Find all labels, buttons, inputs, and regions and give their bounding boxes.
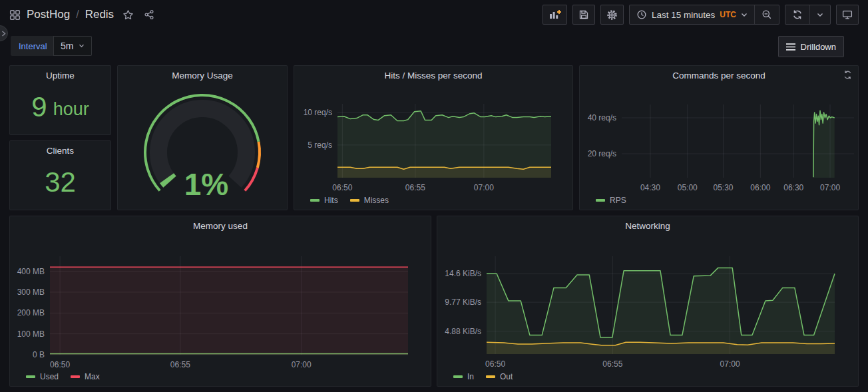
drilldown-button[interactable]: Drilldown: [778, 36, 844, 57]
y-tick-label: 4.88 KiB/s: [445, 327, 481, 336]
y-tick-label: 400 MB: [17, 267, 45, 276]
zoom-out-button[interactable]: [754, 5, 779, 24]
gauge-value-text: 1%: [184, 167, 228, 202]
breadcrumb-page[interactable]: Redis: [85, 8, 114, 21]
legend-item[interactable]: Used: [26, 372, 59, 381]
legend-item[interactable]: Out: [486, 372, 513, 381]
zoom-out-icon: [761, 9, 772, 20]
y-tick-label: 20 req/s: [588, 149, 616, 158]
legend-swatch: [486, 375, 495, 378]
panel-memory-used: Memory used 06:5006:5507:00400 MB300 MB2…: [9, 216, 431, 387]
panel-commands: Commands per second 04:3005:0005:3006:00…: [579, 65, 859, 210]
star-icon[interactable]: [122, 9, 134, 21]
y-tick-label: 100 MB: [17, 329, 45, 339]
x-tick-label: 05:00: [678, 183, 698, 192]
y-tick-label: 200 MB: [17, 308, 45, 317]
chevron-down-icon: [817, 13, 823, 17]
interval-value: 5m: [61, 41, 73, 51]
share-icon[interactable]: [144, 9, 154, 20]
panel-clients: Clients 32: [9, 140, 111, 210]
x-tick-label: 06:30: [783, 183, 803, 192]
chevron-down-icon: [741, 13, 748, 17]
legend-item[interactable]: Misses: [350, 196, 389, 205]
x-tick-label: 06:55: [170, 360, 190, 369]
top-nav: PostHog / Redis: [0, 0, 868, 29]
chevron-down-icon: [79, 44, 85, 48]
breadcrumb-separator: /: [76, 9, 79, 21]
uptime-stat: 9 hour: [10, 83, 110, 130]
legend-label: Misses: [364, 196, 389, 205]
y-tick-label: 10 req/s: [304, 108, 332, 117]
chart-legend: InOut: [453, 371, 513, 382]
x-tick-label: 07:00: [474, 183, 494, 192]
refresh-interval-dropdown[interactable]: [809, 5, 830, 24]
chart-legend: UsedMax: [26, 371, 100, 382]
y-tick-label: 9.77 KiB/s: [445, 297, 481, 307]
refresh-icon: [792, 9, 803, 20]
time-range-label: Last 15 minutes: [652, 10, 715, 20]
uptime-value: 9: [31, 93, 47, 121]
breadcrumb: PostHog / Redis: [9, 0, 154, 29]
plus-icon: [557, 10, 561, 14]
dashboard-settings-button[interactable]: [600, 5, 624, 25]
x-tick-label: 07:00: [292, 360, 312, 369]
panel-title: Uptime: [30, 71, 91, 81]
x-tick-label: 06:50: [485, 359, 505, 369]
x-tick-label: 06:50: [332, 183, 352, 192]
y-tick-label: 5 req/s: [308, 140, 332, 150]
legend-swatch: [350, 199, 359, 202]
panel-title: Clients: [30, 146, 91, 156]
legend-label: Used: [40, 372, 59, 381]
menu-icon: [786, 43, 795, 51]
x-tick-label: 04:30: [640, 183, 660, 192]
y-tick-label: 300 MB: [17, 288, 45, 297]
interval-variable-select[interactable]: 5m: [53, 36, 92, 56]
clock-icon: [636, 9, 647, 20]
x-tick-label: 06:50: [50, 360, 70, 369]
x-tick-label: 07:00: [720, 359, 740, 369]
refresh-button[interactable]: [785, 5, 809, 24]
x-tick-label: 06:00: [750, 183, 770, 192]
x-tick-label: 06:55: [405, 183, 425, 192]
y-tick-label: 40 req/s: [588, 113, 616, 122]
sub-toolbar: Interval 5m Drilldown: [0, 35, 868, 57]
legend-item[interactable]: RPS: [596, 196, 626, 205]
nav-toolbar: Last 15 minutes UTC: [542, 5, 859, 25]
panel-uptime: Uptime 9 hour: [9, 65, 111, 135]
memory-usage-gauge: 1%: [118, 83, 287, 210]
legend-swatch: [596, 199, 605, 202]
panel-networking: Networking 06:5006:5507:0014.6 KiB/s9.77…: [437, 216, 859, 387]
panel-memory-usage: Memory Usage 1%: [117, 65, 288, 210]
legend-swatch: [453, 375, 463, 378]
grafana-dashboard: PostHog / Redis: [0, 0, 868, 392]
kiosk-mode-button[interactable]: [836, 5, 859, 25]
clients-value: 32: [45, 168, 76, 196]
add-panel-button[interactable]: [542, 5, 567, 25]
legend-swatch: [26, 375, 35, 378]
drilldown-label: Drilldown: [801, 42, 836, 52]
legend-item[interactable]: In: [453, 372, 474, 381]
legend-label: Max: [85, 372, 100, 381]
y-tick-label: 0 B: [33, 350, 45, 359]
save-dashboard-button[interactable]: [572, 5, 595, 25]
x-tick-label: 06:55: [602, 359, 622, 369]
clients-stat: 32: [10, 158, 110, 206]
legend-item[interactable]: Hits: [310, 196, 338, 205]
interval-variable-label[interactable]: Interval: [11, 36, 55, 56]
dashboards-grid-icon[interactable]: [9, 9, 21, 21]
gauge-value-arc: [167, 178, 170, 182]
x-tick-label: 07:00: [820, 183, 840, 192]
x-tick-label: 05:30: [713, 183, 733, 192]
time-range-picker[interactable]: Last 15 minutes UTC: [630, 5, 754, 24]
breadcrumb-app[interactable]: PostHog: [27, 8, 70, 21]
refresh-group: [785, 5, 831, 25]
panel-hits-misses: Hits / Misses per second 06:5006:5507:00…: [294, 65, 573, 210]
uptime-unit: hour: [53, 95, 89, 118]
panel-title: Memory Usage: [138, 71, 267, 81]
legend-label: Out: [500, 372, 513, 381]
chart-legend: RPS: [596, 195, 626, 206]
legend-item[interactable]: Max: [71, 372, 100, 381]
chart-legend: HitsMisses: [310, 195, 389, 206]
time-picker-group: Last 15 minutes UTC: [629, 5, 779, 25]
legend-label: RPS: [610, 196, 626, 205]
